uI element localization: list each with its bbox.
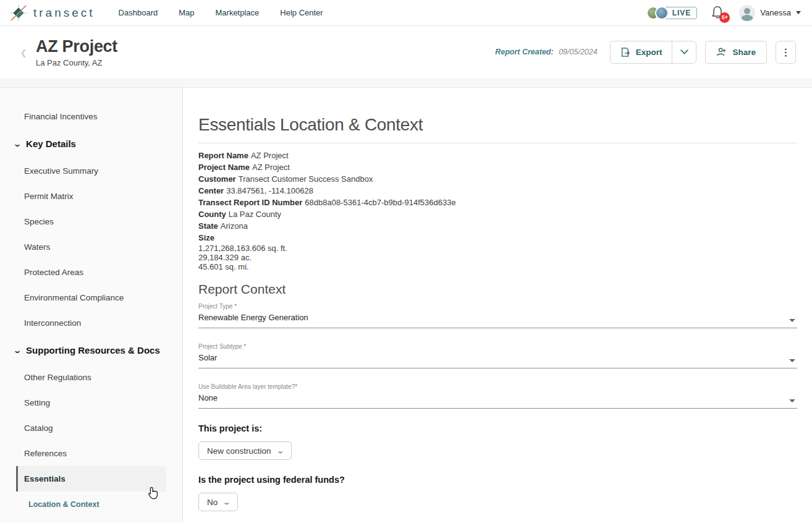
- select-caret-icon[interactable]: [789, 359, 795, 362]
- detail-label: Transect Report ID Number: [198, 198, 302, 207]
- report-created: Report Created: 09/05/2024: [495, 48, 598, 56]
- detail-report-id: Transect Report ID Number68db8a08-5361-4…: [198, 197, 797, 208]
- sidebar-section-key-details[interactable]: ⌄ Key Details: [0, 130, 182, 157]
- nav-map[interactable]: Map: [179, 8, 194, 17]
- sidebar-item-executive-summary[interactable]: Executive Summary: [0, 158, 182, 184]
- report-created-date: 09/05/2024: [559, 48, 598, 56]
- report-context-heading: Report Context: [198, 282, 797, 297]
- kebab-icon: ⋮: [781, 46, 791, 58]
- user-menu-caret-icon: [796, 11, 801, 14]
- detail-value: Arizona: [221, 221, 248, 231]
- detail-label: Report Name: [198, 151, 248, 160]
- report-created-label: Report Created:: [495, 48, 553, 56]
- notifications-button[interactable]: 5+: [711, 5, 725, 21]
- project-is-dropdown[interactable]: New construction ⌄: [198, 441, 292, 460]
- project-title-block: AZ Project La Paz County, AZ: [36, 37, 117, 67]
- heading-divider: [198, 143, 797, 143]
- back-button[interactable]: ‹: [21, 42, 26, 62]
- detail-county: CountyLa Paz County: [198, 208, 797, 220]
- field-label: Use Buildable Area layer template?*: [198, 383, 797, 390]
- chevron-down-icon: [680, 49, 688, 54]
- dropdown-value: No: [207, 498, 218, 507]
- detail-label: Project Name: [198, 163, 250, 172]
- project-subtype-select[interactable]: Project Subtype * Solar: [198, 343, 797, 368]
- sidebar-item-protected-areas[interactable]: Protected Areas: [0, 260, 182, 285]
- live-session-indicator[interactable]: LIVE: [646, 6, 698, 20]
- federal-funds-dropdown[interactable]: No ⌄: [198, 493, 238, 511]
- user-menu[interactable]: Vanessa: [739, 5, 801, 21]
- export-split-button: Export: [610, 41, 697, 64]
- user-avatar: [739, 5, 755, 21]
- project-type-select[interactable]: Project Type * Renewable Energy Generati…: [198, 303, 797, 328]
- detail-report-name: Report NameAZ Project: [198, 150, 797, 161]
- sidebar-item-references[interactable]: References: [0, 441, 182, 466]
- dropdown-value: New construction: [207, 446, 271, 456]
- sidebar-subitem-location-context[interactable]: Location & Context: [0, 491, 182, 515]
- sidebar-item-permit-matrix[interactable]: Permit Matrix: [0, 184, 182, 209]
- sidebar-section-supporting-resources[interactable]: ⌄ Supporting Resources & Docs: [0, 337, 182, 364]
- field-label: Project Subtype *: [198, 343, 797, 350]
- more-options-button[interactable]: ⋮: [776, 41, 796, 64]
- detail-label: County: [198, 210, 226, 219]
- sidebar-item-catalog[interactable]: Catalog: [0, 415, 182, 441]
- size-sqmi: 45.601 sq. mi.: [198, 262, 797, 271]
- share-label: Share: [732, 48, 756, 57]
- select-caret-icon[interactable]: [789, 319, 795, 322]
- topbar-right-cluster: LIVE 5+ Vanessa: [646, 5, 801, 21]
- nav-dashboard[interactable]: Dashboard: [119, 8, 158, 17]
- chevron-down-icon: ⌄: [13, 140, 22, 148]
- detail-value: 33.847561, -114.100628: [226, 186, 313, 195]
- field-value: Solar: [198, 353, 797, 362]
- sidebar-item-financial-incentives[interactable]: Financial Incentives: [0, 104, 182, 129]
- sidebar-item-setting[interactable]: Setting: [0, 390, 182, 415]
- sidebar-item-environmental-compliance[interactable]: Environmental Compliance: [0, 285, 182, 310]
- question-federal-funds: Is the project using federal funds?: [198, 475, 797, 485]
- sidebar-item-interconnection[interactable]: Interconnection: [0, 310, 182, 336]
- detail-label: Center: [198, 186, 224, 195]
- nav-help-center[interactable]: Help Center: [280, 8, 323, 17]
- export-dropdown-button[interactable]: [672, 41, 696, 63]
- detail-value: La Paz County: [229, 210, 281, 219]
- detail-label: Size: [198, 233, 214, 242]
- detail-label: Customer: [198, 174, 236, 184]
- sidebar-section-label: Supporting Resources & Docs: [26, 345, 160, 355]
- page-title: AZ Project: [36, 37, 117, 56]
- question-project-is: This project is:: [198, 423, 797, 433]
- transect-logo[interactable]: transect: [9, 4, 95, 22]
- chevron-down-icon: ⌄: [222, 498, 231, 506]
- sidebar-section-label: Key Details: [26, 138, 76, 149]
- essentials-content: Essentials Location & Context Report Nam…: [183, 88, 812, 523]
- page-subtitle: La Paz County, AZ: [36, 58, 117, 67]
- detail-size: Size: [198, 232, 797, 244]
- field-label: Project Type *: [198, 303, 797, 310]
- chevron-down-icon: ⌄: [13, 346, 22, 355]
- notification-count-badge: 5+: [719, 12, 730, 23]
- sidebar-item-essentials[interactable]: Essentials: [16, 466, 166, 491]
- detail-value: AZ Project: [252, 163, 290, 172]
- select-caret-icon[interactable]: [789, 399, 795, 402]
- sidebar-item-other-regulations[interactable]: Other Regulations: [0, 365, 182, 390]
- detail-value: Transect Customer Success Sandbox: [239, 174, 373, 184]
- detail-state: StateArizona: [198, 220, 797, 232]
- detail-value: AZ Project: [251, 151, 289, 160]
- project-header: ‹ AZ Project La Paz County, AZ Report Cr…: [0, 26, 812, 78]
- export-doc-icon: [620, 47, 630, 57]
- live-avatar-2: [655, 6, 669, 20]
- share-person-icon: [716, 47, 727, 57]
- top-navigation-bar: transect Dashboard Map Marketplace Help …: [0, 0, 812, 26]
- user-name: Vanessa: [760, 8, 791, 17]
- sidebar-item-waters[interactable]: Waters: [0, 234, 182, 260]
- report-sidebar: Financial Incentives ⌄ Key Details Execu…: [0, 88, 183, 523]
- header-actions: Report Created: 09/05/2024 Export: [495, 41, 796, 64]
- detail-value: 68db8a08-5361-4cb7-b9bd-914f536d633e: [305, 198, 455, 207]
- nav-marketplace[interactable]: Marketplace: [216, 8, 260, 17]
- detail-center: Center33.847561, -114.100628: [198, 185, 797, 197]
- share-button[interactable]: Share: [705, 41, 767, 64]
- size-sqft: 1,271,268,163.606 sq. ft.: [198, 244, 797, 253]
- sidebar-item-species[interactable]: Species: [0, 209, 182, 234]
- live-badge: LIVE: [664, 7, 698, 19]
- export-label: Export: [636, 48, 662, 57]
- export-button[interactable]: Export: [611, 47, 672, 57]
- field-value: Renewable Energy Generation: [198, 313, 797, 322]
- buildable-area-template-select[interactable]: Use Buildable Area layer template?* None: [198, 383, 797, 409]
